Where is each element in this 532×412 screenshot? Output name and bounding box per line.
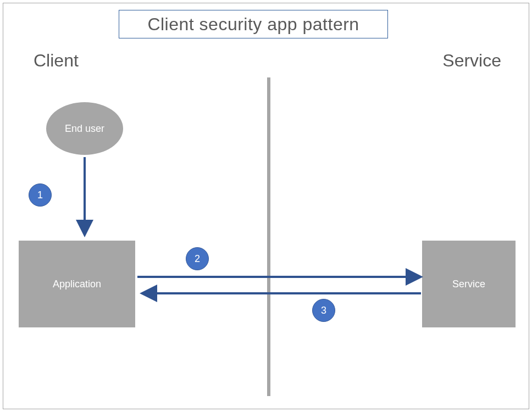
vertical-divider [267,77,270,396]
step-badge-2: 2 [186,247,209,270]
diagram-frame: Client security app pattern Client Servi… [3,3,529,409]
step-badge-3: 3 [312,299,335,322]
application-label: Application [53,279,101,290]
diagram-title: Client security app pattern [147,14,359,35]
service-label: Service [452,279,485,290]
step-number-1: 1 [37,190,43,201]
end-user-node: End user [46,102,123,155]
application-node: Application [19,241,135,327]
title-box: Client security app pattern [119,10,388,38]
step-number-2: 2 [195,253,200,265]
end-user-label: End user [65,123,104,135]
step-number-3: 3 [321,305,326,316]
client-section-label: Client [34,51,79,71]
service-section-label: Service [442,51,501,71]
service-node: Service [422,241,516,327]
step-badge-1: 1 [29,183,52,207]
